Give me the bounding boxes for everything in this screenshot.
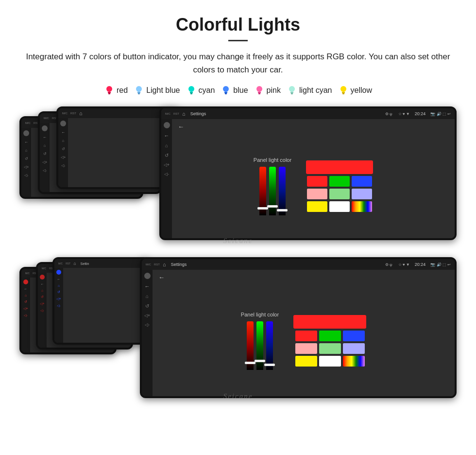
color-list: red Light blue cyan [19, 85, 457, 96]
bulb-icon-red [104, 85, 115, 96]
bulb-icon-cyan [186, 85, 197, 96]
cell-rainbow[interactable] [352, 201, 372, 212]
panel-bottom-area: Panel light color [153, 285, 455, 396]
color-label-cyan: cyan [199, 86, 215, 95]
side-b1: ← ⌂ ↺ ◁+ ◁- [54, 268, 63, 343]
bcell-ltblue[interactable] [343, 343, 365, 354]
main-settings-content: ← Panel light color [172, 119, 455, 238]
svg-rect-16 [290, 92, 293, 93]
svg-rect-1 [108, 92, 111, 93]
svg-point-12 [256, 86, 262, 92]
svg-rect-4 [137, 92, 140, 93]
bulb-icon-pink [254, 85, 265, 96]
svg-point-3 [136, 86, 142, 92]
svg-point-0 [106, 86, 112, 92]
panel-color-label-bottom: Panel light color [241, 312, 279, 317]
color-item-pink: pink [254, 85, 281, 96]
svg-rect-14 [258, 93, 260, 94]
bcell-yellow[interactable] [295, 356, 317, 367]
content-b1 [63, 268, 148, 343]
svg-rect-5 [138, 93, 140, 94]
time-display-top: 20:24 [415, 111, 426, 116]
main-screen-top: M/C RST ⌂ Settings ⚙ ψ ☆ ♥ ▼ 20:24 📷 🔊 ⬚… [159, 106, 457, 240]
bcell-white[interactable] [319, 356, 341, 367]
color-preview-bottom[interactable] [293, 315, 366, 329]
bar-blue-bottom[interactable] [266, 321, 273, 370]
side-panel-back3: ← ⌂ ↺ ◁+ ◁- [21, 128, 31, 197]
slider-green [267, 205, 278, 208]
main-topbar-bottom: M/C RST ⌂ Settings ⚙ ψ ☆ ♥ ▼ 20:24 📷 🔊 ⬚… [142, 259, 455, 270]
title-divider [228, 40, 248, 41]
main-topbar: M/C RST ⌂ Settings ⚙ ψ ☆ ♥ ▼ 20:24 📷 🔊 ⬚… [161, 108, 455, 119]
rgb-bars-bottom [247, 321, 273, 370]
svg-rect-7 [190, 92, 193, 93]
main-side-panel-bottom: ← ⌂ ↺ ◁+ ◁- [142, 270, 153, 396]
bcell-pink[interactable] [295, 343, 317, 354]
bulb-icon-lightcyan [287, 85, 297, 96]
back-arrow-top[interactable]: ← [172, 119, 455, 134]
top-screen-group: M/C RST ⌂ ← ⌂ ↺ ◁+ ◁- M/C [19, 106, 457, 250]
color-label-blue: blue [233, 86, 248, 95]
page-title: Colorful Lights [19, 15, 457, 35]
bottom-screen-group: M/C RST ⌂ Settin ← ⌂ ↺ ◁+ ◁- [19, 257, 457, 405]
bar-red-bottom[interactable] [247, 321, 254, 370]
svg-point-6 [188, 86, 194, 92]
color-label-pink: pink [267, 86, 281, 95]
slider-blue-bottom [264, 364, 275, 366]
color-preview-top[interactable] [306, 160, 373, 174]
bar-blue[interactable] [279, 167, 286, 215]
slider-red-bottom [245, 362, 255, 364]
svg-rect-10 [224, 92, 227, 93]
slider-blue [277, 209, 288, 211]
cell-ltgreen[interactable] [329, 189, 350, 199]
main-settings-content-bottom: ← Panel light color [153, 270, 455, 396]
bcell-green[interactable] [319, 331, 341, 341]
side-b3: ← ⌂ ↺ ◁+ ◁- [21, 278, 30, 352]
color-item-cyan: cyan [186, 85, 215, 96]
svg-rect-11 [225, 93, 227, 94]
bar-red[interactable] [259, 167, 266, 215]
bcell-ltgreen[interactable] [319, 343, 341, 354]
rgb-bars [259, 167, 286, 215]
color-grid-top [307, 176, 372, 212]
cell-ltblue[interactable] [352, 189, 372, 199]
cell-green[interactable] [329, 176, 350, 187]
cell-red[interactable] [307, 176, 327, 187]
panel-main-area: Panel light color [172, 134, 455, 238]
cell-blue[interactable] [352, 176, 372, 187]
bar-green[interactable] [269, 167, 276, 215]
color-item-red: red [104, 85, 128, 96]
color-item-blue: blue [221, 85, 248, 96]
screen-b-layer1: M/C RST ⌂ Settin ← ⌂ ↺ ◁+ ◁- [52, 257, 150, 345]
slider-red [257, 207, 268, 210]
side-b2: ← ⌂ ↺ ◁+ ◁- [38, 273, 47, 348]
color-grid-section-bottom [293, 315, 366, 367]
page-container: Colorful Lights Integrated with 7 colors… [0, 0, 476, 415]
panel-bars-section: Panel light color [254, 157, 291, 215]
bcell-rainbow[interactable] [343, 356, 365, 367]
bar-green-bottom[interactable] [256, 321, 263, 370]
color-grid-bottom [295, 331, 365, 367]
settings-label-bottom: Settings [171, 262, 382, 267]
svg-point-15 [289, 86, 295, 92]
cell-yellow[interactable] [307, 201, 327, 212]
bulb-icon-blue [221, 85, 231, 96]
settings-label-top: Settings [190, 111, 382, 116]
bcell-blue[interactable] [343, 331, 365, 341]
cell-pink[interactable] [307, 189, 327, 199]
infobar-b1: M/C RST ⌂ Settin [54, 259, 148, 268]
color-grid-section [306, 160, 373, 212]
cell-white[interactable] [329, 201, 350, 212]
page-description: Integrated with 7 colors of button indic… [19, 50, 457, 76]
svg-point-18 [340, 86, 346, 92]
bcell-red[interactable] [295, 331, 317, 341]
back-arrow-bottom[interactable]: ← [153, 270, 455, 285]
color-label-red: red [117, 86, 128, 95]
time-display-bottom: 20:24 [415, 262, 426, 267]
svg-rect-13 [258, 92, 261, 93]
side-panel-layer2: ← ⌂ ↺ ◁+ ◁- [40, 123, 50, 192]
main-screen-bottom: M/C RST ⌂ Settings ⚙ ψ ☆ ♥ ▼ 20:24 📷 🔊 ⬚… [140, 257, 457, 398]
main-side-panel: ← ⌂ ↺ ◁+ ◁- [161, 119, 172, 238]
svg-point-9 [223, 86, 229, 92]
panel-color-label: Panel light color [254, 157, 291, 163]
